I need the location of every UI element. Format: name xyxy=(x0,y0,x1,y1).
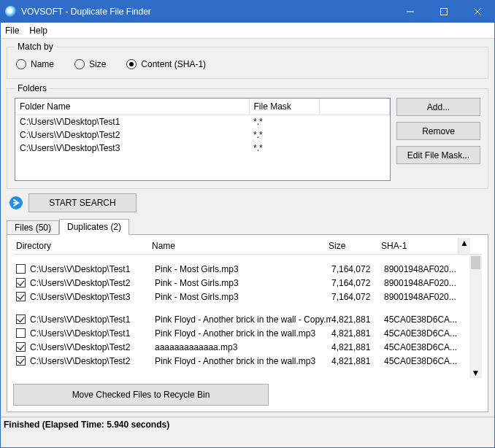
scroll-thumb[interactable] xyxy=(471,256,480,269)
cell-directory: C:\Users\V\Desktop\Test2 xyxy=(30,356,155,366)
add-button[interactable]: Add... xyxy=(396,98,480,116)
close-button[interactable] xyxy=(461,1,494,23)
cell-name: aaaaaaaaaaaaa.mp3 xyxy=(155,342,331,352)
cell-sha1: 45CA0E38D6CA... xyxy=(384,314,464,325)
radio-content[interactable]: Content (SHA-1) xyxy=(126,59,206,69)
app-icon xyxy=(5,6,17,18)
radio-name[interactable]: Name xyxy=(16,59,54,69)
folder-row[interactable]: C:\Users\V\Desktop\Test1*.* xyxy=(15,115,390,128)
cell-name: Pink Floyd - Another brick in the wall -… xyxy=(155,314,331,325)
scroll-down-icon[interactable]: ▼ xyxy=(469,368,482,378)
remove-button[interactable]: Remove xyxy=(396,122,480,140)
results-body[interactable]: C:\Users\V\Desktop\Test1Pink - Most Girl… xyxy=(13,255,482,378)
result-row[interactable]: C:\Users\V\Desktop\Test1Pink Floyd - Ano… xyxy=(13,326,482,340)
col-sha1[interactable]: SHA-1 xyxy=(381,241,458,251)
menu-bar: File Help xyxy=(1,23,494,39)
cell-directory: C:\Users\V\Desktop\Test1 xyxy=(30,314,155,325)
result-row[interactable]: C:\Users\V\Desktop\Test2aaaaaaaaaaaaa.mp… xyxy=(13,340,482,354)
result-row[interactable]: C:\Users\V\Desktop\Test3Pink - Most Girl… xyxy=(13,290,482,304)
cell-directory: C:\Users\V\Desktop\Test2 xyxy=(30,342,155,352)
tab-files[interactable]: Files (50) xyxy=(7,220,59,234)
tab-duplicates[interactable]: Duplicates (2) xyxy=(59,219,129,235)
matchby-group: Match by Name Size Content (SHA-1) xyxy=(7,42,488,79)
scroll-up-icon[interactable]: ▲ xyxy=(458,238,470,254)
result-row[interactable]: C:\Users\V\Desktop\Test2Pink Floyd - Ano… xyxy=(13,354,482,368)
result-row[interactable]: C:\Users\V\Desktop\Test2Pink - Most Girl… xyxy=(13,276,482,290)
cell-size: 7,164,072 xyxy=(331,292,384,302)
cell-sha1: 89001948AF020... xyxy=(384,278,464,288)
checkbox[interactable] xyxy=(16,278,26,287)
radio-size-label: Size xyxy=(89,59,106,69)
matchby-legend: Match by xyxy=(15,42,56,52)
cell-directory: C:\Users\V\Desktop\Test2 xyxy=(30,278,155,288)
radio-name-label: Name xyxy=(31,59,54,69)
checkbox[interactable] xyxy=(16,328,26,338)
col-blank xyxy=(319,99,390,115)
cell-sha1: 89001948AF020... xyxy=(384,264,464,274)
col-name[interactable]: Name xyxy=(152,241,329,251)
radio-icon xyxy=(74,59,85,69)
folder-row[interactable]: C:\Users\V\Desktop\Test3*.* xyxy=(15,142,390,155)
cell-sha1: 89001948AF020... xyxy=(384,292,464,302)
cell-sha1: 45CA0E38D6CA... xyxy=(384,356,464,366)
cell-name: Pink - Most Girls.mp3 xyxy=(155,278,331,288)
radio-size[interactable]: Size xyxy=(74,59,106,69)
checkbox[interactable] xyxy=(16,314,26,324)
vertical-scrollbar[interactable]: ▼ xyxy=(469,255,482,378)
radio-content-label: Content (SHA-1) xyxy=(141,59,206,69)
start-search-button[interactable]: START SEARCH xyxy=(28,193,137,212)
menu-file[interactable]: File xyxy=(5,26,19,36)
search-arrow-icon xyxy=(7,193,26,212)
move-to-recycle-button[interactable]: Move Checked Files to Recycle Bin xyxy=(13,384,269,406)
folder-row[interactable]: C:\Users\V\Desktop\Test2*.* xyxy=(15,128,390,142)
folders-legend: Folders xyxy=(15,83,50,93)
cell-size: 4,821,881 xyxy=(331,328,384,339)
maximize-button[interactable] xyxy=(427,1,461,23)
result-row[interactable]: C:\Users\V\Desktop\Test1Pink Floyd - Ano… xyxy=(13,312,482,326)
cell-size: 7,164,072 xyxy=(331,264,384,274)
cell-directory: C:\Users\V\Desktop\Test1 xyxy=(30,264,155,274)
cell-name: Pink Floyd - Another brick in the wall.m… xyxy=(155,328,331,339)
cell-name: Pink - Most Girls.mp3 xyxy=(155,264,331,274)
col-folder-name[interactable]: Folder Name xyxy=(15,99,249,115)
cell-size: 4,821,881 xyxy=(331,314,384,325)
cell-sha1: 45CA0E38D6CA... xyxy=(384,342,464,352)
col-directory[interactable]: Directory xyxy=(13,241,152,251)
cell-size: 4,821,881 xyxy=(331,356,384,366)
window-title: VOVSOFT - Duplicate File Finder xyxy=(21,7,394,17)
svg-rect-1 xyxy=(441,9,448,15)
cell-size: 7,164,072 xyxy=(331,278,384,288)
menu-help[interactable]: Help xyxy=(29,26,47,36)
cell-directory: C:\Users\V\Desktop\Test1 xyxy=(30,328,155,339)
cell-name: Pink - Most Girls.mp3 xyxy=(155,292,331,302)
minimize-button[interactable] xyxy=(394,1,427,23)
cell-name: Pink Floyd - Another brick in the wall.m… xyxy=(155,356,331,366)
tabs: Files (50) Duplicates (2) xyxy=(7,219,488,235)
results-panel: Directory Name Size SHA-1 ▲ C:\Users\V\D… xyxy=(7,234,488,412)
cell-directory: C:\Users\V\Desktop\Test3 xyxy=(30,292,155,302)
results-header: Directory Name Size SHA-1 ▲ xyxy=(13,241,482,255)
folders-table[interactable]: Folder Name File Mask C:\Users\V\Desktop… xyxy=(15,98,391,181)
radio-icon xyxy=(16,59,26,69)
radio-icon xyxy=(126,59,137,69)
edit-mask-button[interactable]: Edit File Mask... xyxy=(396,146,480,164)
checkbox[interactable] xyxy=(16,264,26,274)
checkbox[interactable] xyxy=(16,342,26,352)
col-file-mask[interactable]: File Mask xyxy=(249,99,319,115)
status-bar: Finished (Elapsed Time: 5.940 seconds) xyxy=(1,417,494,432)
folders-group: Folders Folder Name File Mask C:\Users\V… xyxy=(7,83,488,189)
title-bar: VOVSOFT - Duplicate File Finder xyxy=(1,1,494,23)
checkbox[interactable] xyxy=(16,356,26,366)
col-size[interactable]: Size xyxy=(329,241,381,251)
cell-sha1: 45CA0E38D6CA... xyxy=(384,328,464,339)
checkbox[interactable] xyxy=(16,292,26,301)
cell-size: 4,821,881 xyxy=(331,342,384,352)
result-row[interactable]: C:\Users\V\Desktop\Test1Pink - Most Girl… xyxy=(13,262,482,276)
